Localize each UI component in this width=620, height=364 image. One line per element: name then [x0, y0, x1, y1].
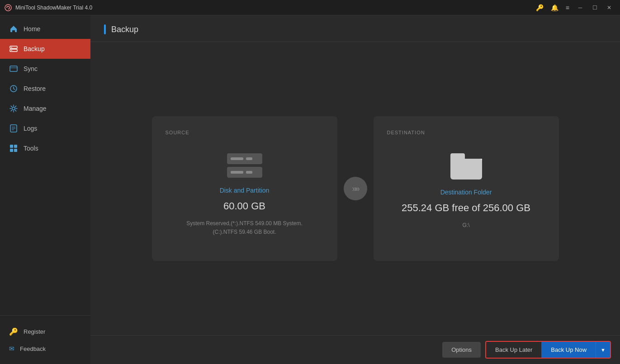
- tools-icon: [9, 144, 18, 153]
- card-arrow: »»: [337, 177, 374, 200]
- sidebar-item-backup-label: Backup: [24, 45, 45, 52]
- source-size: 60.00 GB: [223, 200, 265, 212]
- header-accent-bar: [104, 24, 106, 34]
- restore-icon: [9, 84, 18, 93]
- app-logo: [5, 4, 12, 11]
- minimize-button[interactable]: ─: [574, 3, 587, 13]
- sidebar-feedback[interactable]: ✉ Feedback: [0, 340, 90, 357]
- sidebar-item-restore[interactable]: Restore: [0, 79, 90, 99]
- disk-icon: [227, 153, 262, 178]
- manage-icon: [9, 104, 18, 113]
- register-label: Register: [24, 328, 45, 335]
- options-button[interactable]: Options: [442, 342, 481, 358]
- sidebar-item-restore-label: Restore: [24, 85, 46, 92]
- sidebar-item-backup[interactable]: Backup: [0, 39, 90, 59]
- destination-card[interactable]: DESTINATION Destination Folder 255.24 GB…: [374, 116, 559, 261]
- sidebar-register[interactable]: 🔑 Register: [0, 323, 90, 340]
- sidebar-item-manage[interactable]: Manage: [0, 99, 90, 118]
- sidebar-item-manage-label: Manage: [24, 105, 47, 112]
- backup-area: SOURCE Disk an: [90, 42, 620, 335]
- logs-icon: [9, 124, 18, 133]
- destination-size: 255.24 GB free of 256.00 GB: [402, 202, 530, 214]
- feedback-label: Feedback: [20, 345, 46, 352]
- backup-cards: SOURCE Disk an: [152, 116, 559, 261]
- title-bar-controls: 🔑 🔔 ≡ ─ ☐ ✕: [533, 3, 615, 13]
- main-layout: Home Backup: [0, 15, 620, 364]
- svg-rect-14: [10, 145, 13, 148]
- maximize-button[interactable]: ☐: [588, 3, 601, 13]
- source-description: System Reserved,(*:).NTFS 549.00 MB Syst…: [186, 219, 303, 236]
- app-title: MiniTool ShadowMaker Trial 4.0: [15, 5, 533, 11]
- destination-sublabel: Destination Folder: [440, 189, 492, 196]
- source-card[interactable]: SOURCE Disk an: [152, 116, 337, 261]
- page-title: Backup: [111, 25, 138, 34]
- sidebar-item-home-label: Home: [24, 25, 40, 33]
- sidebar-item-tools-label: Tools: [24, 145, 38, 152]
- back-up-now-button[interactable]: Back Up Now: [542, 342, 596, 358]
- sidebar-item-logs-label: Logs: [24, 125, 37, 132]
- svg-point-0: [5, 5, 11, 11]
- destination-label: DESTINATION: [387, 130, 425, 135]
- sidebar: Home Backup: [0, 15, 90, 364]
- svg-rect-5: [11, 50, 12, 51]
- source-label: SOURCE: [166, 130, 189, 135]
- svg-rect-3: [11, 47, 12, 47]
- backup-icon: [9, 44, 18, 53]
- bottom-bar: Options Back Up Later Back Up Now ▼: [90, 335, 620, 364]
- menu-icon[interactable]: ≡: [563, 3, 572, 12]
- sidebar-nav: Home Backup: [0, 15, 90, 315]
- svg-point-9: [12, 107, 15, 110]
- feedback-icon: ✉: [9, 345, 14, 352]
- notification-icon[interactable]: 🔔: [548, 3, 561, 12]
- sidebar-item-tools[interactable]: Tools: [0, 138, 90, 158]
- close-button[interactable]: ✕: [603, 3, 615, 13]
- back-up-later-button[interactable]: Back Up Later: [486, 342, 542, 358]
- svg-rect-6: [10, 66, 17, 71]
- sidebar-item-logs[interactable]: Logs: [0, 118, 90, 138]
- backup-button-group: Back Up Later Back Up Now ▼: [485, 341, 611, 359]
- sidebar-item-sync[interactable]: Sync: [0, 59, 90, 79]
- home-icon: [9, 24, 18, 33]
- content-header: Backup: [90, 15, 620, 42]
- svg-rect-16: [10, 149, 13, 152]
- sidebar-item-home[interactable]: Home: [0, 19, 90, 39]
- sidebar-item-sync-label: Sync: [24, 65, 38, 72]
- destination-path: G:\: [462, 221, 469, 230]
- register-icon: 🔑: [9, 327, 18, 336]
- sync-icon: [9, 64, 18, 73]
- folder-icon: [450, 153, 482, 180]
- source-sublabel: Disk and Partition: [220, 187, 270, 194]
- title-bar: MiniTool ShadowMaker Trial 4.0 🔑 🔔 ≡ ─ ☐…: [0, 0, 620, 15]
- sidebar-bottom: 🔑 Register ✉ Feedback: [0, 315, 90, 364]
- svg-rect-15: [14, 145, 17, 148]
- arrow-chevrons: »»: [344, 177, 367, 200]
- content-area: Backup SOURCE: [90, 15, 620, 364]
- backup-now-dropdown-button[interactable]: ▼: [596, 342, 610, 358]
- svg-rect-17: [14, 149, 17, 152]
- key-icon[interactable]: 🔑: [533, 3, 546, 12]
